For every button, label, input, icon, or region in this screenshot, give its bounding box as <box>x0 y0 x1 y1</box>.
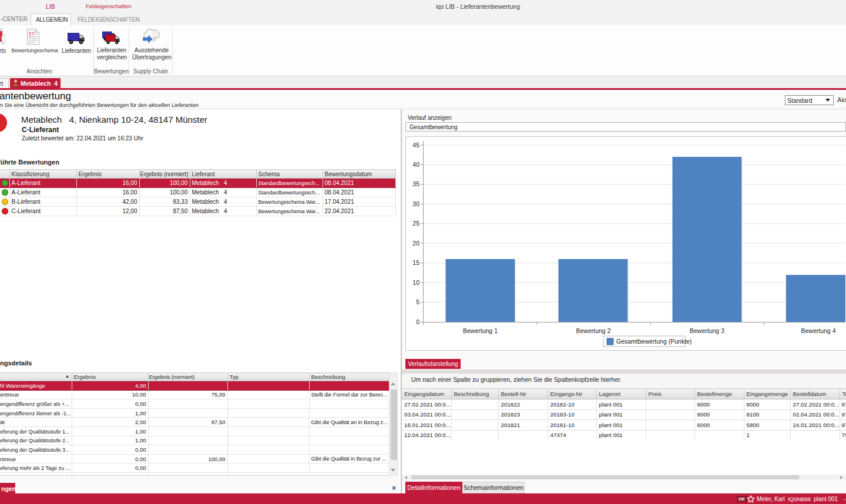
svg-text:40: 40 <box>412 161 419 168</box>
svg-text:Bewertung 2: Bewertung 2 <box>576 327 611 334</box>
svg-text:20: 20 <box>412 240 419 247</box>
svg-text:35: 35 <box>412 180 419 187</box>
svg-text:10: 10 <box>412 279 419 286</box>
svg-text:Bewertung 4: Bewertung 4 <box>801 327 836 334</box>
svg-text:45: 45 <box>412 142 419 149</box>
svg-text:15: 15 <box>412 259 419 266</box>
svg-text:Gesamtbewertung (Punkte): Gesamtbewertung (Punkte) <box>616 338 691 345</box>
svg-text:25: 25 <box>412 220 419 227</box>
svg-text:5: 5 <box>416 298 419 305</box>
svg-text:30: 30 <box>412 200 419 207</box>
svg-text:0: 0 <box>416 318 419 325</box>
svg-text:Bewertung 3: Bewertung 3 <box>690 327 724 334</box>
svg-text:Bewertung 1: Bewertung 1 <box>463 327 498 334</box>
